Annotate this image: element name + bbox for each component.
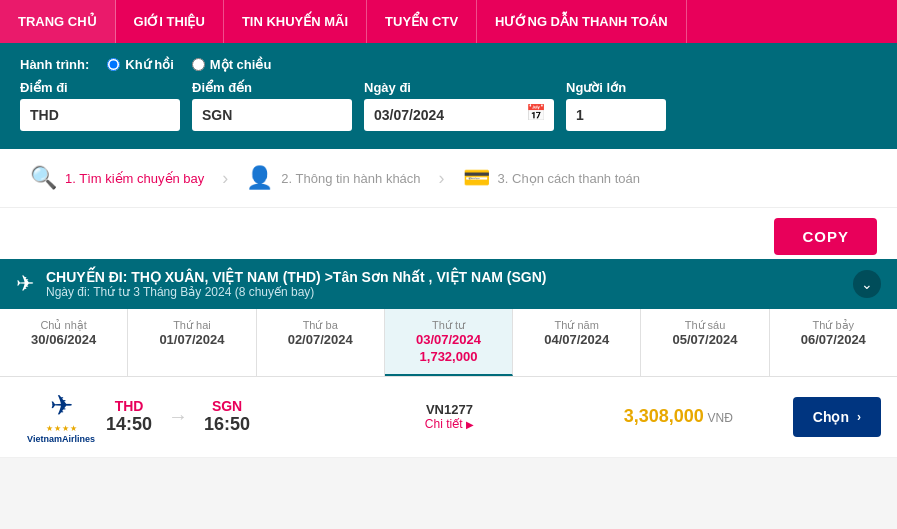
adult-label: Người lớn xyxy=(566,80,666,95)
flight-header-subtitle: Ngày đi: Thứ tư 3 Tháng Bảy 2024 (8 chuy… xyxy=(46,285,546,299)
date-label: Ngày đi xyxy=(364,80,554,95)
date-tab-5[interactable]: Thứ sáu 05/07/2024 xyxy=(641,309,769,376)
step-arrow-2: › xyxy=(439,168,445,189)
step-3-label: 3. Chọn cách thanh toán xyxy=(498,171,640,186)
flight-direction-arrow: → xyxy=(168,405,188,428)
date-val: 01/07/2024 xyxy=(132,332,251,347)
day-name: Thứ bảy xyxy=(774,319,893,332)
select-chevron-icon: › xyxy=(857,410,861,424)
airline-name: VietnamAirlines xyxy=(27,435,95,445)
to-airport: SGN 16:50 xyxy=(204,398,250,435)
nav-tuyen-ctv[interactable]: TUYỂN CTV xyxy=(367,0,477,43)
from-airport: THD 14:50 xyxy=(106,398,152,435)
select-label: Chọn xyxy=(813,409,849,425)
calendar-icon[interactable]: 📅 xyxy=(526,103,546,122)
flight-detail-label: Chi tiết xyxy=(425,417,463,431)
navbar: TRANG CHỦ GIỚI THIỆU TIN KHUYẾN MÃI TUYỂ… xyxy=(0,0,897,43)
price-currency: VNĐ xyxy=(707,411,732,425)
steps: 🔍 1. Tìm kiếm chuyến bay › 👤 2. Thông ti… xyxy=(0,149,897,208)
flight-number: VN1277 xyxy=(335,402,564,417)
flight-price: 3,308,000 VNĐ xyxy=(564,406,793,427)
one-way-label[interactable]: Một chiều xyxy=(192,57,272,72)
one-way-text: Một chiều xyxy=(210,57,272,72)
search-icon: 🔍 xyxy=(30,165,57,191)
price-value: 3,308,000 xyxy=(624,406,704,426)
round-trip-text: Khứ hồi xyxy=(125,57,174,72)
day-name: Thứ ba xyxy=(261,319,380,332)
date-tab-3[interactable]: Thứ tư 03/07/2024 1,732,000 xyxy=(385,309,513,376)
adult-input[interactable] xyxy=(566,99,666,131)
to-code: SGN xyxy=(212,398,242,414)
date-tab-0[interactable]: Chủ nhật 30/06/2024 xyxy=(0,309,128,376)
flight-header: ✈ CHUYẾN ĐI: THỌ XUÂN, VIỆT NAM (THD) >T… xyxy=(0,259,897,309)
one-way-radio[interactable] xyxy=(192,58,205,71)
from-code: THD xyxy=(115,398,144,414)
tab-price: 1,732,000 xyxy=(389,349,508,364)
select-flight-button[interactable]: Chọn › xyxy=(793,397,881,437)
step-2-label: 2. Thông tin hành khách xyxy=(281,171,420,186)
to-time: 16:50 xyxy=(204,414,250,435)
step-1: 🔍 1. Tìm kiếm chuyến bay xyxy=(30,165,204,191)
date-field: Ngày đi 📅 xyxy=(364,80,554,131)
round-trip-label[interactable]: Khứ hồi xyxy=(107,57,174,72)
flight-row: ✈ ★★★★ VietnamAirlines THD 14:50 → SGN 1… xyxy=(0,377,897,458)
day-name: Thứ tư xyxy=(389,319,508,332)
copy-button[interactable]: COPY xyxy=(774,218,877,255)
copy-area: COPY xyxy=(0,208,897,259)
to-field: Điểm đến xyxy=(192,80,352,131)
airline-stars: ★★★★ xyxy=(46,424,77,433)
day-name: Thứ năm xyxy=(517,319,636,332)
nav-trang-chu[interactable]: TRANG CHỦ xyxy=(0,0,116,43)
to-label: Điểm đến xyxy=(192,80,352,95)
trip-label: Hành trình: xyxy=(20,57,89,72)
date-tab-1[interactable]: Thứ hai 01/07/2024 xyxy=(128,309,256,376)
date-val: 05/07/2024 xyxy=(645,332,764,347)
flight-header-title: CHUYẾN ĐI: THỌ XUÂN, VIỆT NAM (THD) >Tân… xyxy=(46,269,546,285)
header-text: CHUYẾN ĐI: THỌ XUÂN, VIỆT NAM (THD) >Tân… xyxy=(46,269,546,299)
date-val: 04/07/2024 xyxy=(517,332,636,347)
nav-huong-dan-thanh-toan[interactable]: HƯỚNG DẪN THANH TOÁN xyxy=(477,0,687,43)
airline-logo: ✈ ★★★★ VietnamAirlines xyxy=(16,389,106,445)
step-2: 👤 2. Thông tin hành khách xyxy=(246,165,420,191)
date-val: 06/07/2024 xyxy=(774,332,893,347)
airline-icon: ✈ xyxy=(50,389,73,422)
search-fields: Điểm đi Điểm đến Ngày đi 📅 Người lớn xyxy=(20,80,877,131)
detail-arrow-icon: ▶ xyxy=(466,419,474,430)
day-name: Chủ nhật xyxy=(4,319,123,332)
from-field: Điểm đi xyxy=(20,80,180,131)
flight-detail-link[interactable]: Chi tiết ▶ xyxy=(335,417,564,431)
round-trip-radio[interactable] xyxy=(107,58,120,71)
header-left: ✈ CHUYẾN ĐI: THỌ XUÂN, VIỆT NAM (THD) >T… xyxy=(16,269,546,299)
date-tab-4[interactable]: Thứ năm 04/07/2024 xyxy=(513,309,641,376)
from-input[interactable] xyxy=(20,99,180,131)
date-tabs: Chủ nhật 30/06/2024 Thứ hai 01/07/2024 T… xyxy=(0,309,897,377)
date-val: 02/07/2024 xyxy=(261,332,380,347)
flight-section: ✈ CHUYẾN ĐI: THỌ XUÂN, VIỆT NAM (THD) >T… xyxy=(0,259,897,458)
date-val: 30/06/2024 xyxy=(4,332,123,347)
trip-type: Hành trình: Khứ hồi Một chiều xyxy=(20,57,877,72)
day-name: Thứ hai xyxy=(132,319,251,332)
passenger-icon: 👤 xyxy=(246,165,273,191)
nav-gioi-thieu[interactable]: GIỚI THIỆU xyxy=(116,0,224,43)
from-label: Điểm đi xyxy=(20,80,180,95)
to-input[interactable] xyxy=(192,99,352,131)
from-time: 14:50 xyxy=(106,414,152,435)
nav-tin-khuyen-mai[interactable]: TIN KHUYẾN MÃI xyxy=(224,0,367,43)
step-1-label: 1. Tìm kiếm chuyến bay xyxy=(65,171,204,186)
collapse-button[interactable]: ⌄ xyxy=(853,270,881,298)
payment-icon: 💳 xyxy=(463,165,490,191)
adult-field: Người lớn xyxy=(566,80,666,131)
date-tab-2[interactable]: Thứ ba 02/07/2024 xyxy=(257,309,385,376)
day-name: Thứ sáu xyxy=(645,319,764,332)
flight-times: THD 14:50 → SGN 16:50 xyxy=(106,398,335,435)
step-3: 💳 3. Chọn cách thanh toán xyxy=(463,165,640,191)
flight-info: VN1277 Chi tiết ▶ xyxy=(335,402,564,431)
step-arrow-1: › xyxy=(222,168,228,189)
date-val: 03/07/2024 xyxy=(389,332,508,347)
search-bar: Hành trình: Khứ hồi Một chiều Điểm đi Đi… xyxy=(0,43,897,149)
date-tab-6[interactable]: Thứ bảy 06/07/2024 xyxy=(770,309,897,376)
plane-icon: ✈ xyxy=(16,271,34,297)
